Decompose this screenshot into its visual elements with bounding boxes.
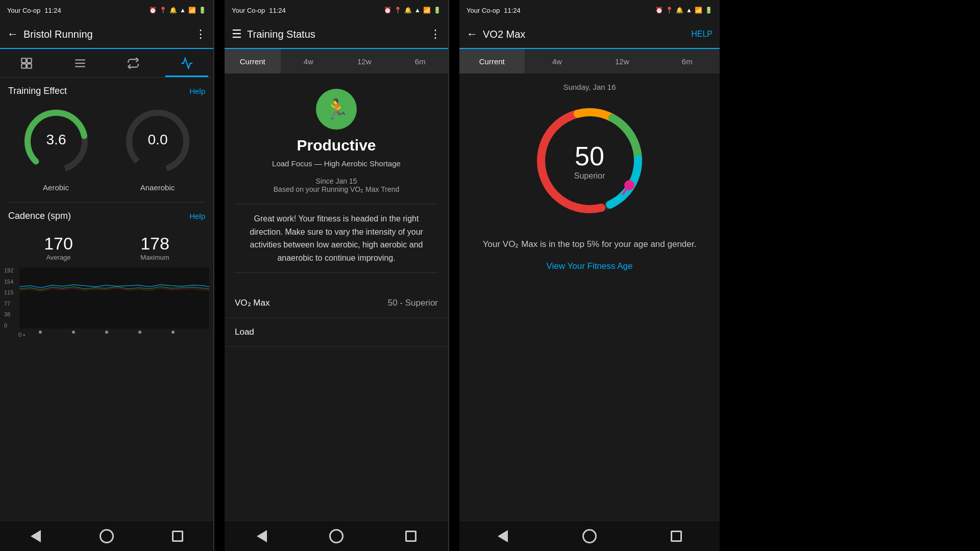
training-effect-title: Training Effect — [8, 86, 67, 96]
period-tab-current-2[interactable]: Current — [225, 49, 281, 73]
help-button-3[interactable]: HELP — [691, 30, 713, 39]
svg-rect-1 — [27, 58, 32, 63]
volume-icon-3: 🔔 — [676, 7, 683, 14]
wifi-icon-3: ▲ — [686, 7, 692, 14]
alarm-icon-2: ⏰ — [384, 7, 391, 14]
period-tab-6m-2[interactable]: 6m — [393, 49, 449, 73]
nav-title-2: Training Status — [247, 29, 430, 40]
load-row[interactable]: Load — [225, 318, 448, 347]
vo2-center: 50 Superior — [574, 141, 605, 181]
back-button-1[interactable]: ← — [7, 28, 18, 41]
back-triangle-1 — [31, 530, 41, 542]
recents-nav-1[interactable] — [167, 526, 188, 546]
back-nav-3[interactable] — [493, 526, 513, 546]
menu-button-2[interactable]: ⋮ — [430, 28, 441, 41]
period-tab-12w-3[interactable]: 12w — [590, 49, 655, 73]
volume-icon: 🔔 — [169, 7, 177, 14]
productive-icon: 🏃 — [316, 89, 357, 130]
status-since: Since Jan 15 Based on your Running VO₂ M… — [274, 177, 399, 193]
battery-icon-2: 🔋 — [433, 7, 441, 14]
since-date: Since Jan 15 — [316, 177, 357, 185]
menu-button-1[interactable]: ⋮ — [195, 28, 206, 41]
period-tab-6m-3[interactable]: 6m — [655, 49, 720, 73]
status-time-1: 11:24 — [44, 7, 61, 14]
cadence-maximum: 178 Maximum — [140, 234, 169, 261]
panel-vo2max: Your Co-op 11:24 ⏰ 📍 🔔 ▲ 📶 🔋 ← VO2 Max H… — [459, 0, 720, 551]
period-tab-12w-2[interactable]: 12w — [336, 49, 393, 73]
panel-training-status: Your Co-op 11:24 ⏰ 📍 🔔 ▲ 📶 🔋 ☰ Training … — [225, 0, 449, 551]
bottom-nav-3 — [459, 520, 720, 551]
chart-dot-2 — [72, 331, 75, 334]
battery-icon-3: 🔋 — [705, 7, 713, 14]
chart-dot-5 — [172, 331, 175, 334]
tab-list[interactable] — [54, 49, 107, 77]
svg-rect-2 — [22, 64, 27, 68]
back-nav-2[interactable] — [252, 526, 272, 546]
recents-nav-3[interactable] — [666, 526, 687, 546]
svg-rect-3 — [27, 64, 32, 68]
y-label-115: 115 — [4, 289, 13, 295]
home-circle-3 — [582, 529, 597, 543]
signal-icon-3: 📶 — [695, 7, 702, 14]
cadence-avg-label: Average — [46, 254, 70, 261]
signal-icon: 📶 — [188, 7, 196, 14]
cadence-avg-value: 170 — [44, 234, 73, 254]
panel2-content: 🏃 Productive Load Focus — High Aerobic S… — [225, 73, 448, 520]
top-nav-1: ← Bristol Running ⋮ — [0, 20, 213, 49]
gap-2 — [449, 0, 459, 551]
status-carrier-3: Your Co-op 11:24 — [467, 7, 521, 14]
vo2max-row[interactable]: VO₂ Max 50 - Superior — [225, 288, 448, 318]
bottom-nav-1 — [0, 520, 213, 551]
home-nav-2[interactable] — [326, 526, 347, 546]
chart-canvas — [19, 267, 209, 329]
status-bar-1: Your Co-op 11:24 ⏰ 📍 🔔 ▲ 📶 🔋 — [0, 0, 213, 20]
hamburger-button[interactable]: ☰ — [232, 28, 242, 41]
back-nav-1[interactable] — [26, 526, 46, 546]
period-tab-current-3[interactable]: Current — [459, 49, 525, 73]
period-tab-4w-2[interactable]: 4w — [281, 49, 337, 73]
y-label-77: 77 — [4, 300, 13, 307]
aerobic-gauge-svg: 3.6 — [20, 106, 92, 177]
signal-icon-2: 📶 — [423, 7, 431, 14]
home-circle-1 — [100, 529, 114, 543]
back-triangle-3 — [498, 530, 508, 542]
tab-chart[interactable] — [160, 49, 214, 77]
location-icon-3: 📍 — [666, 7, 673, 14]
svg-text:0.0: 0.0 — [148, 132, 167, 147]
cadence-help[interactable]: Help — [189, 212, 205, 220]
y-label-0: 0 — [4, 322, 13, 329]
alarm-icon: ⏰ — [149, 7, 157, 14]
back-button-3[interactable]: ← — [467, 28, 478, 41]
training-effect-help[interactable]: Help — [189, 87, 205, 95]
alarm-icon-3: ⏰ — [655, 7, 663, 14]
status-carrier-2: Your Co-op 11:24 — [232, 7, 286, 14]
period-tabs-3: Current 4w 12w 6m — [459, 49, 720, 73]
chart-dots — [4, 329, 209, 334]
training-status-body: 🏃 Productive Load Focus — High Aerobic S… — [225, 73, 448, 288]
panel-bristol-running: Your Co-op 11:24 ⏰ 📍 🔔 ▲ 📶 🔋 ← Bristol R… — [0, 0, 214, 551]
anaerobic-gauge: 0.0 Anaerobic — [122, 106, 193, 192]
load-focus: Load Focus — High Aerobic Shortage — [272, 159, 401, 168]
carrier-name-1: Your Co-op — [7, 7, 40, 14]
tab-summary[interactable] — [0, 49, 54, 77]
right-filler — [720, 0, 980, 551]
cadence-max-label: Maximum — [140, 254, 169, 261]
gap-1 — [214, 0, 225, 551]
aerobic-label: Aerobic — [43, 183, 69, 192]
vo2-gauge: 50 Superior — [528, 99, 651, 222]
status-time-3: 11:24 — [504, 7, 521, 14]
volume-icon-2: 🔔 — [404, 7, 412, 14]
y-label-154: 154 — [4, 279, 13, 285]
home-nav-3[interactable] — [579, 526, 600, 546]
y-label-192: 192 — [4, 267, 13, 273]
carrier-name-2: Your Co-op — [232, 7, 265, 14]
battery-icon: 🔋 — [199, 7, 206, 14]
fitness-age-link[interactable]: View Your Fitness Age — [547, 261, 633, 271]
tab-loop[interactable] — [107, 49, 160, 77]
status-carrier-1: Your Co-op 11:24 — [7, 7, 61, 14]
recents-nav-2[interactable] — [401, 526, 421, 546]
home-nav-1[interactable] — [96, 526, 117, 546]
top-nav-3: ← VO2 Max HELP — [459, 20, 720, 49]
svg-rect-0 — [22, 58, 27, 63]
period-tab-4w-3[interactable]: 4w — [525, 49, 590, 73]
